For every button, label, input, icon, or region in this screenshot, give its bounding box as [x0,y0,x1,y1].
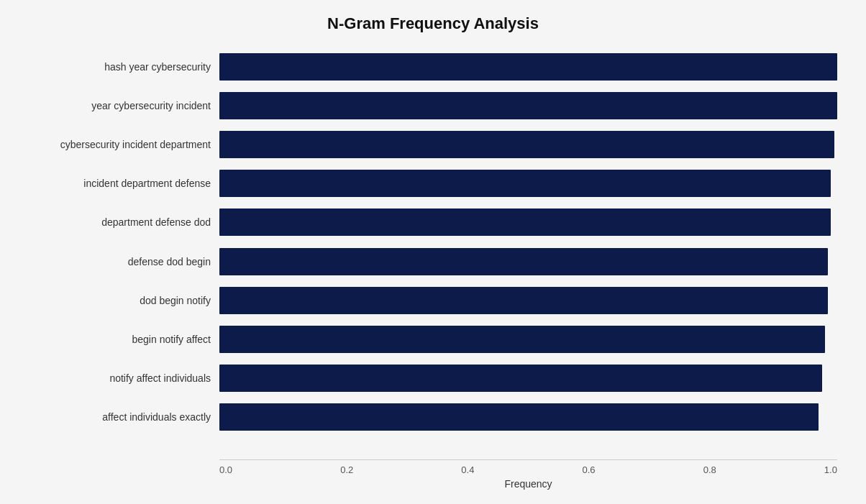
bar-label: incident department defense [29,178,219,189]
x-axis-tick: 0.6 [583,464,596,475]
x-axis-container: 0.00.20.40.60.81.0 Frequency [219,459,837,490]
bar-track [219,170,837,197]
bar-fill [219,287,828,314]
bar-label: year cybersecurity incident [29,100,219,111]
x-axis-tick: 0.8 [703,464,716,475]
chart-area: hash year cybersecurityyear cybersecurit… [29,47,837,436]
bar-label: department defense dod [29,216,219,228]
x-axis-ticks: 0.00.20.40.60.81.0 [219,464,837,475]
chart-container: N-Gram Frequency Analysis hash year cybe… [0,0,866,504]
x-axis-tick: 1.0 [824,464,837,475]
bar-fill [219,53,837,81]
bar-label: dod begin notify [29,295,219,306]
bar-track [219,209,837,236]
bar-row: notify affect individuals [29,359,837,398]
bar-track [219,92,837,119]
bar-track [219,326,837,353]
bar-label: affect individuals exactly [29,411,219,423]
bar-track [219,287,837,314]
x-axis-tick: 0.4 [461,464,474,475]
bar-row: cybersecurity incident department [29,125,837,164]
bar-row: hash year cybersecurity [29,47,837,86]
bar-row: department defense dod [29,203,837,242]
bar-row: begin notify affect [29,320,837,359]
bar-track [219,131,837,158]
bar-track [219,53,837,81]
bar-fill [219,131,834,158]
bar-track [219,365,837,392]
x-axis-tick: 0.0 [219,464,232,475]
bar-row: dod begin notify [29,281,837,320]
x-axis-tick: 0.2 [340,464,353,475]
bar-track [219,403,837,431]
bar-row: incident department defense [29,164,837,203]
bar-row: affect individuals exactly [29,398,837,436]
bar-label: begin notify affect [29,334,219,345]
bar-fill [219,365,822,392]
bar-label: cybersecurity incident department [29,139,219,150]
bar-label: defense dod begin [29,256,219,267]
x-axis-line [219,459,837,460]
bar-label: hash year cybersecurity [29,61,219,73]
bar-label: notify affect individuals [29,372,219,384]
bar-track [219,248,837,275]
bar-fill [219,403,819,431]
bar-fill [219,326,825,353]
bar-fill [219,170,831,197]
bar-fill [219,248,828,275]
bar-row: defense dod begin [29,242,837,280]
x-axis-label: Frequency [219,478,837,490]
bar-fill [219,209,831,236]
chart-title: N-Gram Frequency Analysis [29,14,837,33]
bar-row: year cybersecurity incident [29,86,837,125]
bar-fill [219,92,837,119]
